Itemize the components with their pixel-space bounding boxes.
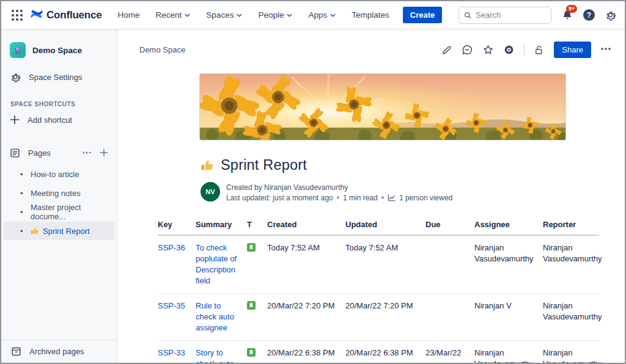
nav-people[interactable]: People	[258, 10, 292, 20]
pages-tree: How-to article Meeting notes Master proj…	[1, 165, 117, 240]
pages-add-icon[interactable]	[100, 148, 108, 157]
nav-apps[interactable]: Apps	[308, 10, 336, 20]
comment-icon[interactable]	[462, 44, 473, 56]
help-icon[interactable]: ?	[583, 9, 595, 21]
actions-divider	[524, 45, 525, 56]
chevron-down-icon	[185, 13, 190, 17]
issue-key-link[interactable]: SSP-35	[158, 301, 185, 310]
separator-dot: •	[337, 193, 339, 203]
analytics-chart-icon	[388, 194, 396, 202]
issue-key-link[interactable]: SSP-36	[158, 243, 185, 252]
plus-icon	[10, 115, 20, 125]
sidebar-item-archived-pages[interactable]: Archived pages	[1, 340, 117, 363]
watch-eye-icon[interactable]	[503, 44, 515, 56]
pages-icon	[10, 148, 20, 158]
issue-created: 20/Mar/22 6:38 PM	[267, 341, 345, 364]
sidebar-page-meeting-notes[interactable]: Meeting notes	[4, 184, 114, 202]
col-header-reporter: Reporter	[543, 216, 599, 235]
table-header-row: Key Summary T Created Updated Due Assign…	[158, 216, 599, 235]
nav-home[interactable]: Home	[118, 10, 140, 20]
issue-due	[425, 235, 474, 294]
thumbs-up-icon	[201, 159, 214, 172]
star-favorite-icon[interactable]	[482, 44, 494, 56]
page-more-icon[interactable]	[600, 45, 611, 55]
search-box[interactable]	[458, 7, 551, 24]
issue-key-link[interactable]: SSP-33	[158, 348, 185, 357]
table-row: SSP-36 To check poplulate of Description…	[158, 235, 599, 294]
issue-due	[425, 294, 474, 341]
pages-more-icon[interactable]	[82, 148, 92, 157]
confluence-app-window: Confluence Home Recent Spaces People App…	[0, 0, 626, 364]
issue-assignee: Niranjan V	[474, 294, 543, 341]
space-settings-label: Space Settings	[29, 73, 82, 82]
last-updated-text[interactable]: Last updated: just a moment ago	[226, 193, 333, 203]
issue-created: 20/Mar/22 7:20 PM	[267, 294, 345, 341]
space-sidebar: Demo Space Space Settings SPACE SHORTCUT…	[1, 29, 117, 363]
issue-reporter: Niranjan Vasudevamurthy	[543, 294, 599, 341]
top-navigation-bar: Confluence Home Recent Spaces People App…	[1, 1, 625, 29]
byline: NV Created by Niranjan Vasudevamurthy La…	[201, 182, 625, 203]
story-type-icon	[247, 243, 256, 255]
gear-icon	[10, 71, 21, 82]
table-row: SSP-35 Rule to check auto assignee 20/Ma…	[158, 294, 599, 341]
nav-spaces[interactable]: Spaces	[206, 10, 242, 20]
issue-summary-link[interactable]: To check poplulate of Description field	[196, 243, 237, 285]
issue-summary-link[interactable]: Story to check auto update of	[196, 348, 234, 363]
banner-image	[199, 73, 566, 140]
nav-recent[interactable]: Recent	[156, 10, 191, 20]
issue-summary-link[interactable]: Rule to check auto assignee	[196, 301, 234, 332]
col-header-assignee: Assignee	[474, 216, 543, 235]
chevron-down-icon	[287, 13, 292, 17]
jira-issues-table: Key Summary T Created Updated Due Assign…	[158, 216, 599, 363]
sidebar-page-master-project-document[interactable]: Master project docume...	[4, 203, 114, 221]
logo-wordmark: Confluence	[46, 9, 102, 21]
pages-label[interactable]: Pages	[28, 148, 74, 158]
share-button[interactable]: Share	[554, 42, 591, 58]
page-actions: Share	[441, 42, 611, 58]
issue-updated: 20/Mar/22 6:38 PM	[345, 341, 425, 364]
issue-created: Today 7:52 AM	[267, 235, 345, 294]
page-title: Sprint Report	[221, 157, 307, 173]
notification-count-badge: 9+	[566, 5, 577, 13]
col-header-updated: Updated	[345, 216, 425, 235]
search-input[interactable]	[476, 10, 546, 20]
edit-pencil-icon[interactable]	[441, 45, 452, 56]
page-content: Demo Space	[117, 29, 625, 363]
read-time-text: 1 min read	[343, 193, 378, 203]
sidebar-item-space-settings[interactable]: Space Settings	[1, 67, 117, 87]
create-button[interactable]: Create	[403, 7, 442, 23]
sidebar-page-sprint-report[interactable]: Sprint Report	[4, 222, 114, 240]
col-header-type: T	[247, 216, 267, 235]
story-type-icon	[247, 348, 256, 360]
space-shortcuts-heading: SPACE SHORTCUTS	[10, 101, 117, 107]
sidebar-space-header[interactable]: Demo Space	[1, 29, 117, 58]
views-count-text[interactable]: 1 person viewed	[399, 193, 452, 203]
space-avatar-icon	[10, 42, 26, 58]
primary-nav: Home Recent Spaces People Apps Templates	[118, 10, 389, 20]
table-row: SSP-33 Story to check auto update of 20/…	[158, 341, 599, 364]
chevron-down-icon	[237, 13, 242, 17]
breadcrumb[interactable]: Demo Space	[139, 45, 185, 54]
app-switcher-icon[interactable]	[11, 9, 23, 21]
add-shortcut-label: Add shortcut	[28, 115, 72, 125]
issue-assignee: Niranjan Vasudevamurthy	[474, 341, 543, 364]
unlock-restrictions-icon[interactable]	[534, 45, 545, 56]
issue-updated: Today 7:52 AM	[345, 235, 425, 294]
col-header-summary: Summary	[196, 216, 247, 235]
settings-gear-icon[interactable]	[605, 9, 616, 21]
story-type-icon	[247, 301, 256, 313]
col-header-key: Key	[158, 216, 196, 235]
chevron-down-icon	[330, 13, 336, 17]
archived-pages-label: Archived pages	[29, 347, 84, 356]
space-name: Demo Space	[32, 46, 82, 55]
issue-reporter: Niranjan Vasudevamurthy	[543, 341, 599, 364]
sidebar-page-how-to-article[interactable]: How-to article	[4, 165, 114, 183]
confluence-logo[interactable]: Confluence	[31, 9, 102, 22]
notifications-bell-icon[interactable]: 9+	[561, 9, 573, 21]
avatar[interactable]: NV	[201, 182, 220, 202]
add-shortcut-button[interactable]: Add shortcut	[1, 110, 117, 129]
nav-templates[interactable]: Templates	[352, 10, 389, 20]
col-header-due: Due	[425, 216, 474, 235]
confluence-logo-icon	[31, 9, 43, 22]
created-by-line: Created by Niranjan Vasudevamurthy	[226, 183, 452, 192]
